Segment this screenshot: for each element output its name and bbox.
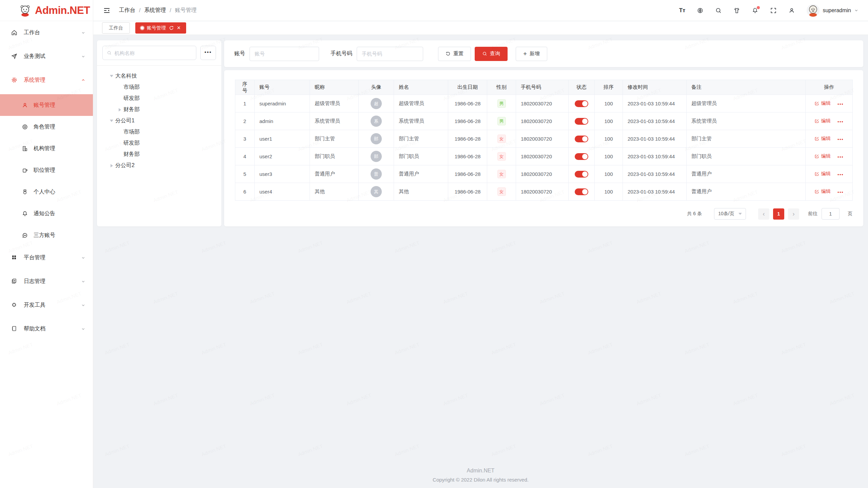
reset-button[interactable]: 重置: [438, 47, 471, 61]
col-modified: 修改时间: [623, 80, 687, 95]
sidebar-item-label: 三方账号: [34, 232, 55, 239]
tree-node-dept[interactable]: 市场部: [102, 126, 216, 138]
org-search-input[interactable]: [115, 50, 192, 56]
active-dot-icon: [141, 26, 144, 29]
phone-input[interactable]: [357, 47, 423, 61]
col-remark: 备注: [687, 80, 806, 95]
cell-birth: 1986-06-28: [448, 183, 487, 201]
person-icon[interactable]: [788, 7, 795, 14]
table-row: 2 admin 系统管理员 系 系统管理员 1986-06-28 男 18020…: [235, 113, 853, 130]
user-menu[interactable]: superadmin: [807, 4, 859, 17]
sidebar-item-log-mgmt[interactable]: 日志管理: [0, 272, 93, 291]
sidebar-item-business-test[interactable]: 业务测试: [0, 47, 93, 66]
avatar: 部: [371, 151, 382, 162]
cell-modified: 2023-01-03 10:59:44: [623, 113, 687, 130]
tree-node-dept[interactable]: 市场部: [102, 82, 216, 93]
breadcrumb-system-mgmt[interactable]: 系统管理: [144, 7, 166, 14]
row-more-button[interactable]: •••: [837, 155, 844, 160]
edit-button[interactable]: 编辑: [814, 118, 831, 124]
fullscreen-icon[interactable]: [770, 7, 777, 14]
tree-node-dept[interactable]: 财务部: [102, 104, 216, 115]
tree-more-button[interactable]: •••: [200, 46, 216, 60]
row-more-button[interactable]: •••: [837, 137, 844, 142]
caret-right-icon[interactable]: [108, 164, 115, 167]
table-body: 1 superadmin 超级管理员 超 超级管理员 1986-06-28 男 …: [235, 95, 853, 201]
edit-button[interactable]: 编辑: [814, 153, 831, 159]
edit-button[interactable]: 编辑: [814, 188, 831, 195]
col-phone: 手机号码: [516, 80, 569, 95]
status-toggle[interactable]: [575, 153, 588, 160]
sidebar-item-label: 通知公告: [34, 210, 55, 217]
query-button[interactable]: 查询: [475, 47, 508, 61]
sidebar-item-label: 日志管理: [24, 278, 45, 285]
edit-button[interactable]: 编辑: [814, 136, 831, 142]
cell-name: 部门职员: [394, 148, 448, 165]
cell-account: superadmin: [255, 95, 310, 113]
edit-button[interactable]: 编辑: [814, 171, 831, 177]
sidebar-item-position-mgmt[interactable]: 职位管理: [0, 159, 93, 181]
status-toggle[interactable]: [575, 118, 588, 125]
tab-workbench[interactable]: 工作台: [102, 22, 130, 34]
row-more-button[interactable]: •••: [837, 119, 844, 124]
row-more-button[interactable]: •••: [837, 190, 844, 195]
sidebar-item-dev-tools[interactable]: 开发工具: [0, 296, 93, 314]
sidebar-item-role-mgmt[interactable]: 角色管理: [0, 116, 93, 138]
next-page-button[interactable]: ›: [788, 208, 799, 220]
edit-button[interactable]: 编辑: [814, 100, 831, 106]
tree-node-label: 财务部: [123, 106, 140, 113]
tree-node-branch2[interactable]: 分公司2: [102, 160, 216, 171]
status-toggle[interactable]: [575, 100, 588, 107]
cell-name: 普通用户: [394, 165, 448, 183]
account-input[interactable]: [250, 47, 319, 61]
theme-shirt-icon[interactable]: [733, 7, 740, 14]
logo[interactable]: Admin.NET: [0, 0, 93, 21]
reset-icon: [446, 51, 451, 56]
caret-down-icon[interactable]: [108, 75, 115, 77]
tab-account-mgmt[interactable]: 账号管理 ×: [135, 22, 186, 34]
sidebar-item-profile-center[interactable]: 个人中心: [0, 181, 93, 203]
goto-label: 前往: [808, 211, 817, 217]
tree-node-dept[interactable]: 研发部: [102, 138, 216, 149]
breadcrumb-workbench[interactable]: 工作台: [119, 7, 135, 14]
goto-page-input[interactable]: [822, 208, 840, 220]
sidebar-item-notice[interactable]: 通知公告: [0, 203, 93, 224]
menu-fold-icon[interactable]: [103, 6, 111, 15]
status-toggle[interactable]: [575, 136, 588, 142]
caret-right-icon[interactable]: [116, 108, 123, 111]
page-number-button[interactable]: 1: [773, 208, 784, 220]
caret-down-icon[interactable]: [108, 120, 115, 122]
add-button[interactable]: + 新增: [516, 47, 547, 61]
sidebar-item-help-docs[interactable]: 帮助文档: [0, 319, 93, 338]
sidebar-item-thirdparty-account[interactable]: 三方账号: [0, 224, 93, 246]
tree-node-dept[interactable]: 研发部: [102, 93, 216, 104]
sidebar-item-system-mgmt[interactable]: 系统管理: [0, 70, 93, 89]
page-size-select[interactable]: 10条/页: [714, 208, 746, 220]
prev-page-button[interactable]: ‹: [758, 208, 769, 220]
cell-nickname: 部门主管: [310, 130, 359, 148]
status-toggle[interactable]: [575, 188, 588, 195]
notification-bell-icon[interactable]: [752, 7, 758, 14]
notebook-icon: [11, 325, 18, 332]
tree-node-dept[interactable]: 财务部: [102, 149, 216, 160]
tree-node-company[interactable]: 大名科技: [102, 70, 216, 82]
language-icon[interactable]: [697, 7, 704, 14]
status-toggle[interactable]: [575, 171, 588, 178]
sidebar-item-workbench[interactable]: 工作台: [0, 23, 93, 42]
table-row: 4 user2 部门职员 部 部门职员 1986-06-28 女 1802003…: [235, 148, 853, 165]
sidebar-item-org-mgmt[interactable]: 机构管理: [0, 138, 93, 159]
font-size-icon[interactable]: Tт: [679, 7, 686, 14]
close-icon[interactable]: ×: [177, 25, 181, 30]
footer-copyright: Copyright © 2022 Dilon All rights reserv…: [93, 477, 868, 483]
tree-node-label: 研发部: [123, 95, 140, 102]
sidebar-item-platform-mgmt[interactable]: 平台管理: [0, 248, 93, 267]
row-more-button[interactable]: •••: [837, 172, 844, 177]
phone-label: 手机号码: [331, 50, 352, 57]
refresh-icon[interactable]: [169, 25, 174, 30]
cell-birth: 1986-06-28: [448, 130, 487, 148]
sidebar-item-account-mgmt[interactable]: 账号管理: [0, 94, 93, 116]
search-icon[interactable]: [715, 7, 722, 14]
row-more-button[interactable]: •••: [837, 102, 844, 107]
home-icon: [11, 29, 18, 36]
gear-icon: [11, 77, 18, 83]
tree-node-branch1[interactable]: 分公司1: [102, 115, 216, 126]
